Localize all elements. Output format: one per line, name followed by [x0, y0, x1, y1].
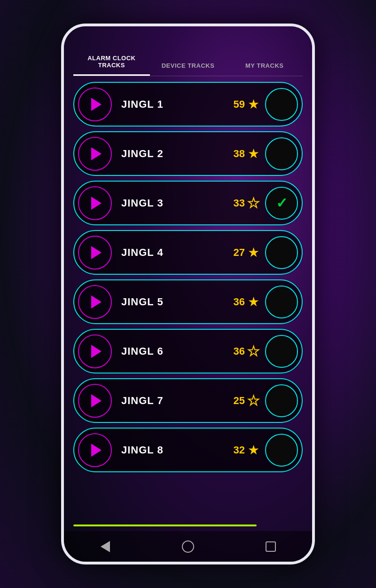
- play-icon: [91, 394, 102, 407]
- play-icon: [91, 246, 102, 259]
- action-button-7[interactable]: [265, 384, 298, 417]
- play-button-7[interactable]: [78, 384, 112, 418]
- star-icon: ★: [248, 343, 259, 359]
- track-rating-6: 36★: [234, 343, 259, 359]
- back-icon: [101, 541, 110, 552]
- track-name-7: JINGL 7: [112, 395, 234, 407]
- track-name-3: JINGL 3: [112, 197, 234, 209]
- star-icon: ★: [248, 96, 259, 112]
- rating-number: 33: [234, 197, 245, 209]
- rating-number: 36: [234, 296, 245, 308]
- play-button-2[interactable]: [78, 137, 112, 171]
- home-icon: [182, 540, 194, 553]
- track-name-4: JINGL 4: [112, 246, 234, 259]
- track-row[interactable]: JINGL 536★: [73, 279, 303, 324]
- track-rating-1: 59★: [234, 96, 259, 112]
- action-button-3[interactable]: ✓: [265, 187, 298, 220]
- rating-number: 59: [234, 98, 245, 111]
- track-name-8: JINGL 8: [112, 444, 234, 456]
- track-rating-4: 27★: [234, 245, 259, 260]
- tab-bar: ALARM CLOCKTRACKS DEVICE TRACKS MY TRACK…: [64, 26, 312, 76]
- track-rating-5: 36★: [234, 294, 259, 310]
- star-icon: ★: [248, 195, 259, 211]
- play-button-4[interactable]: [78, 236, 112, 270]
- track-row[interactable]: JINGL 427★: [73, 230, 303, 275]
- rating-number: 36: [234, 345, 245, 358]
- phone-screen: ALARM CLOCKTRACKS DEVICE TRACKS MY TRACK…: [64, 26, 312, 562]
- play-button-6[interactable]: [78, 334, 112, 368]
- bottom-nav: [64, 531, 312, 562]
- home-nav-button[interactable]: [176, 535, 200, 558]
- star-icon: ★: [248, 245, 259, 260]
- action-button-1[interactable]: [265, 88, 298, 121]
- track-rating-7: 25★: [234, 393, 259, 408]
- scroll-track: [73, 524, 303, 526]
- recent-icon: [266, 541, 276, 552]
- tab-device-tracks[interactable]: DEVICE TRACKS: [150, 57, 227, 76]
- action-button-2[interactable]: [265, 137, 298, 170]
- play-button-5[interactable]: [78, 285, 112, 319]
- play-button-1[interactable]: [78, 87, 112, 121]
- track-row[interactable]: JINGL 725★: [73, 378, 303, 423]
- play-icon: [91, 444, 102, 457]
- play-icon: [91, 147, 102, 160]
- star-icon: ★: [248, 146, 259, 161]
- track-name-2: JINGL 2: [112, 148, 234, 160]
- track-rating-2: 38★: [234, 146, 259, 161]
- recent-nav-button[interactable]: [259, 535, 282, 558]
- play-button-8[interactable]: [78, 433, 112, 467]
- track-name-5: JINGL 5: [112, 296, 234, 308]
- track-row[interactable]: JINGL 159★: [73, 82, 303, 127]
- track-list: JINGL 159★JINGL 238★JINGL 333★✓JINGL 427…: [64, 76, 312, 522]
- action-button-6[interactable]: [265, 335, 298, 368]
- phone-frame: ALARM CLOCKTRACKS DEVICE TRACKS MY TRACK…: [61, 24, 315, 564]
- track-name-6: JINGL 6: [112, 345, 234, 358]
- tab-my-tracks[interactable]: MY TRACKS: [226, 57, 303, 76]
- track-name-1: JINGL 1: [112, 98, 234, 111]
- track-rating-3: 33★: [234, 195, 259, 211]
- star-icon: ★: [248, 442, 259, 458]
- track-rating-8: 32★: [234, 442, 259, 458]
- track-row[interactable]: JINGL 636★: [73, 329, 303, 373]
- star-icon: ★: [248, 294, 259, 310]
- back-nav-button[interactable]: [94, 535, 117, 558]
- check-icon: ✓: [276, 195, 288, 211]
- scroll-thumb[interactable]: [73, 524, 257, 526]
- play-icon: [91, 295, 102, 309]
- play-icon: [91, 197, 102, 210]
- tab-alarm-clock-tracks[interactable]: ALARM CLOCKTRACKS: [73, 50, 150, 76]
- track-row[interactable]: JINGL 832★: [73, 428, 303, 472]
- action-button-5[interactable]: [265, 286, 298, 318]
- rating-number: 38: [234, 148, 245, 160]
- rating-number: 25: [234, 395, 245, 407]
- play-button-3[interactable]: [78, 186, 112, 220]
- action-button-4[interactable]: [265, 236, 298, 269]
- star-icon: ★: [248, 393, 259, 408]
- action-button-8[interactable]: [265, 434, 298, 467]
- play-icon: [91, 345, 102, 358]
- track-row[interactable]: JINGL 333★✓: [73, 181, 303, 225]
- track-row[interactable]: JINGL 238★: [73, 131, 303, 176]
- rating-number: 27: [234, 246, 245, 259]
- play-icon: [91, 98, 102, 111]
- scroll-bar-area: [64, 522, 312, 529]
- rating-number: 32: [234, 444, 245, 456]
